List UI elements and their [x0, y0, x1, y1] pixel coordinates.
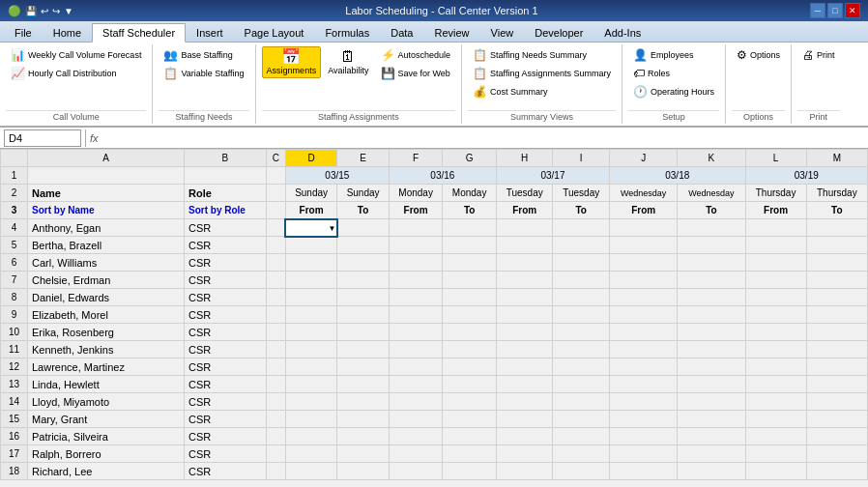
cell-b16[interactable]: CSR [185, 428, 267, 445]
cell-f10[interactable] [389, 324, 443, 341]
cell-f14[interactable] [389, 393, 443, 411]
cell-b2[interactable]: Role [185, 185, 267, 202]
tab-staff-scheduler[interactable]: Staff Scheduler [92, 23, 186, 43]
cell-e16[interactable] [337, 428, 389, 445]
cell-h7[interactable] [496, 272, 553, 289]
quick-save[interactable]: 💾 [25, 6, 37, 16]
cell-m4[interactable] [806, 219, 867, 237]
cell-f17[interactable] [389, 445, 443, 463]
quick-dropdown[interactable]: ▼ [64, 6, 73, 16]
col-header-a[interactable]: A [28, 150, 185, 167]
cell-m12[interactable] [806, 358, 867, 376]
cell-j2-wednesday[interactable]: Wednesday [610, 185, 678, 202]
cell-d15[interactable] [285, 411, 336, 428]
cell-m6[interactable] [806, 254, 867, 272]
base-staffing-btn[interactable]: 👥 Base Staffing [159, 46, 248, 64]
tab-data[interactable]: Data [380, 22, 423, 42]
cell-g14[interactable] [443, 393, 497, 411]
cell-e12[interactable] [337, 358, 389, 376]
cell-k16[interactable] [678, 428, 745, 445]
maximize-button[interactable]: □ [827, 3, 843, 18]
cell-j9[interactable] [610, 306, 678, 324]
cell-k18[interactable] [678, 463, 745, 480]
cell-m18[interactable] [806, 463, 867, 480]
cell-j17[interactable] [610, 445, 678, 463]
availability-btn[interactable]: 🗓 Availability [323, 46, 373, 78]
cell-a7[interactable]: Chelsie, Erdman [28, 272, 185, 289]
cell-j3-from[interactable]: From [610, 202, 678, 219]
cell-e14[interactable] [337, 393, 389, 411]
cell-d12[interactable] [285, 358, 336, 376]
cell-a6[interactable]: Carl, Williams [28, 254, 185, 272]
cell-h2-tuesday[interactable]: Tuesday [496, 185, 553, 202]
col-header-f[interactable]: F [389, 150, 443, 167]
cell-l18[interactable] [745, 463, 806, 480]
cell-e17[interactable] [337, 445, 389, 463]
window-controls[interactable]: ─ □ ✕ [810, 3, 860, 18]
cell-g2-monday[interactable]: Monday [443, 185, 497, 202]
print-btn[interactable]: 🖨 Print [797, 46, 840, 64]
col-header-h[interactable]: H [496, 150, 553, 167]
cell-m3-to[interactable]: To [806, 202, 867, 219]
cell-f18[interactable] [389, 463, 443, 480]
cell-h1[interactable]: 03/17 [496, 167, 609, 185]
cell-a2[interactable]: Name [28, 185, 185, 202]
cell-j18[interactable] [610, 463, 678, 480]
cell-g8[interactable] [443, 289, 497, 306]
cell-g12[interactable] [443, 358, 497, 376]
cell-i18[interactable] [553, 463, 610, 480]
cell-a17[interactable]: Ralph, Borrero [28, 445, 185, 463]
cell-d1[interactable]: 03/15 [285, 167, 389, 185]
cell-h6[interactable] [496, 254, 553, 272]
cell-k12[interactable] [678, 358, 745, 376]
cell-k6[interactable] [678, 254, 745, 272]
cell-k3-to[interactable]: To [678, 202, 745, 219]
cell-l16[interactable] [745, 428, 806, 445]
cell-b4[interactable]: CSR [185, 219, 267, 237]
cost-summary-btn[interactable]: 💰 Cost Summary [468, 83, 616, 100]
cell-m15[interactable] [806, 411, 867, 428]
cell-h5[interactable] [496, 237, 553, 254]
cell-l17[interactable] [745, 445, 806, 463]
cell-l3-from[interactable]: From [745, 202, 806, 219]
cell-m5[interactable] [806, 237, 867, 254]
cell-k5[interactable] [678, 237, 745, 254]
cell-d16[interactable] [285, 428, 336, 445]
quick-redo[interactable]: ↪ [52, 6, 60, 16]
col-header-j[interactable]: J [610, 150, 678, 167]
cell-d17[interactable] [285, 445, 336, 463]
cell-g13[interactable] [443, 376, 497, 393]
cell-f2-monday[interactable]: Monday [389, 185, 443, 202]
cell-e15[interactable] [337, 411, 389, 428]
cell-a10[interactable]: Erika, Rosenberg [28, 324, 185, 341]
cell-a3-sort-name[interactable]: Sort by Name [28, 202, 185, 219]
cell-j7[interactable] [610, 272, 678, 289]
cell-b18[interactable]: CSR [185, 463, 267, 480]
cell-c9[interactable] [266, 306, 285, 324]
cell-g17[interactable] [443, 445, 497, 463]
cell-h14[interactable] [496, 393, 553, 411]
col-header-i[interactable]: I [553, 150, 610, 167]
cell-g5[interactable] [443, 237, 497, 254]
employees-btn[interactable]: 👤 Employees [628, 46, 719, 64]
cell-m16[interactable] [806, 428, 867, 445]
cell-m2-thursday[interactable]: Thursday [806, 185, 867, 202]
cell-f3-from[interactable]: From [389, 202, 443, 219]
cell-g18[interactable] [443, 463, 497, 480]
cell-e5[interactable] [337, 237, 389, 254]
staffing-assignments-summary-btn[interactable]: 📋 Staffing Assignments Summary [468, 65, 616, 82]
cell-h18[interactable] [496, 463, 553, 480]
cell-k14[interactable] [678, 393, 745, 411]
cell-e2-sunday[interactable]: Sunday [337, 185, 389, 202]
cell-k11[interactable] [678, 341, 745, 358]
cell-f13[interactable] [389, 376, 443, 393]
cell-l9[interactable] [745, 306, 806, 324]
cell-d11[interactable] [285, 341, 336, 358]
cell-h11[interactable] [496, 341, 553, 358]
cell-k13[interactable] [678, 376, 745, 393]
cell-f4[interactable] [389, 219, 443, 237]
cell-f12[interactable] [389, 358, 443, 376]
cell-j4[interactable] [610, 219, 678, 237]
roles-btn[interactable]: 🏷 Roles [628, 65, 719, 82]
cell-e6[interactable] [337, 254, 389, 272]
